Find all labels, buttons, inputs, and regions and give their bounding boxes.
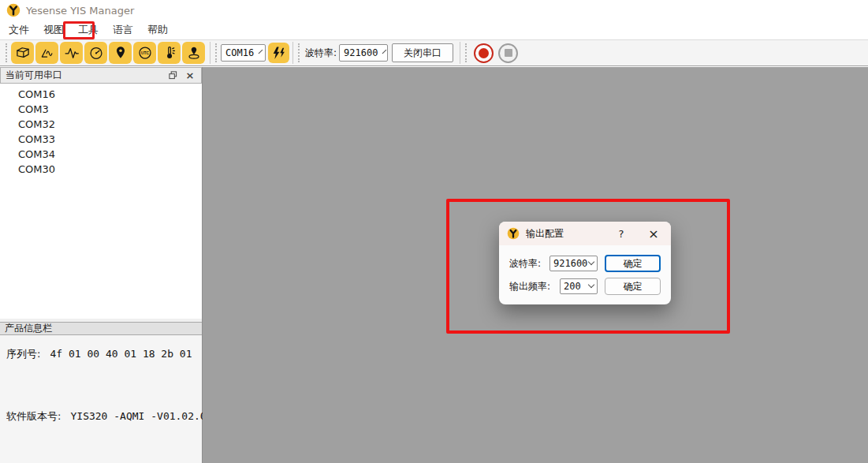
close-serial-button[interactable]: 关闭串口 bbox=[392, 43, 453, 62]
toolbar-drag-handle[interactable] bbox=[465, 43, 467, 62]
firmware-version-label: 软件版本号: bbox=[6, 410, 61, 422]
toolbar-separator bbox=[292, 42, 293, 64]
menu-bar: 文件 视图 工具 语言 帮助 bbox=[0, 21, 868, 40]
output-rate-row: 输出频率: 200 确定 bbox=[499, 278, 671, 295]
dialog-output-rate-label: 输出频率: bbox=[509, 278, 550, 295]
dialog-help-button[interactable]: ? bbox=[613, 222, 630, 245]
port-select[interactable]: COM16 bbox=[221, 44, 266, 62]
gauge-icon bbox=[88, 45, 104, 61]
title-bar: Yesense YIS Manager bbox=[0, 0, 868, 21]
list-item-port[interactable]: COM16 bbox=[0, 87, 202, 102]
pulse-waveform-button[interactable] bbox=[60, 42, 83, 64]
svg-text:UTC: UTC bbox=[141, 51, 149, 55]
chevron-down-icon bbox=[588, 259, 594, 265]
attitude-waveform-button[interactable] bbox=[35, 42, 58, 64]
imu-sensor-icon bbox=[186, 45, 202, 61]
thermometer-button[interactable] bbox=[158, 42, 181, 64]
imu-sensor-button[interactable] bbox=[182, 42, 205, 64]
chevron-down-icon bbox=[382, 49, 387, 54]
double-lightning-icon bbox=[271, 46, 286, 61]
baud-rate-row: 波特率: 921600 确定 bbox=[499, 255, 671, 272]
menu-item-tools[interactable]: 工具 bbox=[77, 21, 99, 39]
toolbar-separator bbox=[210, 42, 210, 64]
dialog-baud-select[interactable]: 921600 bbox=[549, 256, 598, 271]
serial-number-value: 4f 01 00 40 01 18 2b 01 bbox=[50, 348, 192, 360]
menu-item-help[interactable]: 帮助 bbox=[147, 21, 169, 39]
menu-item-view[interactable]: 视图 bbox=[43, 21, 65, 39]
toolbar-drag-handle[interactable] bbox=[6, 43, 7, 62]
ports-dock-header: 当前可用串口 × bbox=[0, 67, 202, 84]
float-window-icon bbox=[169, 71, 177, 80]
info-panel-header: 产品信息栏 bbox=[0, 322, 202, 335]
chevron-down-icon bbox=[588, 282, 594, 288]
port-list: COM16 COM3 COM32 COM33 COM34 COM30 bbox=[0, 84, 202, 319]
thermometer-icon bbox=[162, 45, 177, 61]
dialog-output-rate-select[interactable]: 200 bbox=[560, 278, 598, 294]
cube-3d-icon bbox=[15, 45, 31, 61]
pulse-waveform-icon bbox=[64, 45, 80, 61]
list-item-port[interactable]: COM32 bbox=[0, 117, 202, 132]
list-item-port[interactable]: COM3 bbox=[0, 102, 202, 117]
serial-number-row: 序列号: 4f 01 00 40 01 18 2b 01 bbox=[6, 345, 192, 361]
dialog-baud-label: 波特率: bbox=[509, 255, 541, 272]
content-area: 当前可用串口 × COM16 COM3 COM32 COM33 COM34 CO… bbox=[0, 67, 868, 463]
refresh-ports-button[interactable] bbox=[268, 43, 289, 63]
toolbar-separator bbox=[460, 42, 460, 64]
dialog-title-bar[interactable]: 输出配置 ? × bbox=[499, 222, 671, 245]
attitude-waveform-icon bbox=[39, 45, 55, 61]
menu-item-file[interactable]: 文件 bbox=[8, 21, 30, 39]
close-icon: × bbox=[186, 71, 195, 80]
stop-button[interactable] bbox=[498, 43, 518, 63]
gauge-button[interactable] bbox=[84, 42, 107, 64]
record-icon bbox=[479, 48, 489, 58]
ports-dock-title: 当前可用串口 bbox=[6, 69, 162, 82]
list-item-port[interactable]: COM30 bbox=[0, 162, 202, 177]
baud-rate-select[interactable]: 921600 bbox=[339, 44, 388, 62]
record-button[interactable] bbox=[474, 43, 494, 63]
firmware-version-value: YIS320 -AQMI -V01.02.03; bbox=[70, 410, 218, 422]
close-icon: × bbox=[648, 226, 658, 241]
left-panel: 当前可用串口 × COM16 COM3 COM32 COM33 COM34 CO… bbox=[0, 67, 203, 463]
app-window: Yesense YIS Manager 文件 视图 工具 语言 帮助 bbox=[0, 0, 868, 463]
toolbar-drag-handle[interactable] bbox=[298, 43, 300, 62]
stop-icon bbox=[505, 49, 512, 57]
dialog-title: 输出配置 bbox=[526, 227, 564, 241]
menu-item-language[interactable]: 语言 bbox=[112, 21, 134, 39]
cube-3d-button[interactable] bbox=[11, 42, 34, 64]
dialog-logo-icon bbox=[507, 227, 520, 240]
toolbar-drag-handle[interactable] bbox=[215, 43, 217, 62]
output-rate-confirm-button[interactable]: 确定 bbox=[605, 278, 661, 295]
float-dock-button[interactable] bbox=[166, 70, 179, 81]
serial-number-label: 序列号: bbox=[6, 348, 40, 360]
output-config-dialog: 输出配置 ? × 波特率: 921600 确定 输出频率: 200 确定 bbox=[499, 222, 671, 304]
close-dock-button[interactable]: × bbox=[184, 70, 196, 81]
location-pin-icon bbox=[113, 45, 129, 61]
list-item-port[interactable]: COM33 bbox=[0, 132, 202, 147]
utc-clock-icon: UTC bbox=[137, 45, 153, 61]
dialog-close-button[interactable]: × bbox=[643, 222, 665, 245]
firmware-version-row: 软件版本号: YIS320 -AQMI -V01.02.03; bbox=[6, 408, 218, 424]
list-item-port[interactable]: COM34 bbox=[0, 147, 202, 162]
app-logo-icon bbox=[6, 3, 20, 17]
chevron-down-icon bbox=[259, 49, 263, 54]
baud-rate-label: 波特率: bbox=[305, 47, 337, 60]
baud-confirm-button[interactable]: 确定 bbox=[605, 255, 661, 272]
utc-clock-button[interactable]: UTC bbox=[133, 42, 156, 64]
window-title: Yesense YIS Manager bbox=[26, 5, 134, 17]
toolbar: UTC COM16 bbox=[0, 40, 868, 66]
info-panel-body: 序列号: 4f 01 00 40 01 18 2b 01 软件版本号: YIS3… bbox=[0, 335, 202, 463]
location-pin-button[interactable] bbox=[109, 42, 132, 64]
